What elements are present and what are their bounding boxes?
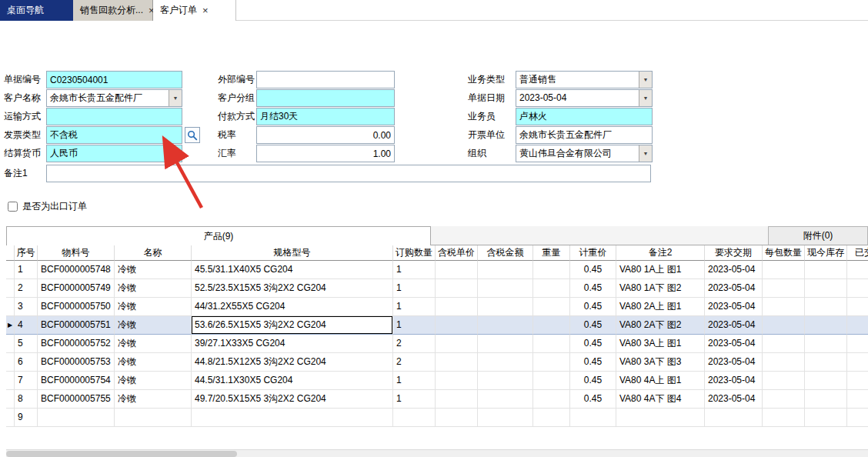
cell-material[interactable]: BCF0000005752 xyxy=(38,335,115,353)
cell-weight_price[interactable]: 0.45 xyxy=(570,372,616,390)
table-row[interactable]: 2BCF0000005749冷镦52.5/23.5X15X5 3沟2X2 CG2… xyxy=(6,279,868,298)
chevron-down-icon[interactable]: ▼ xyxy=(169,90,182,106)
cell-per_pack[interactable] xyxy=(763,372,805,390)
column-header-seq[interactable]: 序号 xyxy=(15,245,38,261)
table-row[interactable]: 3BCF0000005750冷镦44/31.2X55X5 CG20410.45V… xyxy=(6,298,868,316)
cell-weight[interactable] xyxy=(533,372,570,390)
cell-weight[interactable] xyxy=(533,261,570,279)
cell-note2[interactable]: VA80 2A下 图2 xyxy=(616,316,705,335)
cell-qty[interactable]: 1 xyxy=(393,316,436,335)
customer-group-input[interactable] xyxy=(256,89,395,107)
cell-delivered[interactable] xyxy=(847,353,868,372)
cell-seq[interactable]: 6 xyxy=(15,353,38,372)
cell-weight_price[interactable] xyxy=(570,409,616,427)
invoice-unit-input[interactable] xyxy=(516,126,653,144)
cell-qty[interactable]: 1 xyxy=(393,298,436,316)
cell-delivery[interactable]: 2023-05-04 xyxy=(705,372,763,390)
cell-weight_price[interactable]: 0.45 xyxy=(570,335,616,353)
cell-delivery[interactable]: 2023-05-04 xyxy=(705,298,763,316)
cell-name[interactable]: 冷镦 xyxy=(115,353,192,372)
customer-name-select[interactable]: 余姚市长贵五金配件厂 ▼ xyxy=(46,89,182,107)
cell-weight_price[interactable]: 0.45 xyxy=(570,279,616,298)
table-row[interactable]: 9 xyxy=(6,409,868,427)
cell-stock[interactable] xyxy=(805,372,847,390)
doc-no-input[interactable] xyxy=(46,71,182,88)
cell-price[interactable] xyxy=(436,409,478,427)
chevron-down-icon[interactable]: ▼ xyxy=(639,90,652,106)
cell-price[interactable] xyxy=(436,353,478,372)
cell-qty[interactable]: 1 xyxy=(393,261,436,279)
cell-weight_price[interactable]: 0.45 xyxy=(570,298,616,316)
cell-weight[interactable] xyxy=(533,298,570,316)
cell-amount[interactable] xyxy=(478,316,533,335)
cell-price[interactable] xyxy=(436,372,478,390)
cell-spec[interactable]: 44/31.2X55X5 CG204 xyxy=(192,298,393,316)
biz-type-select[interactable]: 普通销售 ▼ xyxy=(516,71,653,88)
column-header-name[interactable]: 名称 xyxy=(115,245,192,261)
cell-weight_price[interactable]: 0.45 xyxy=(570,261,616,279)
invoice-type-input[interactable] xyxy=(46,126,182,144)
cell-delivered[interactable] xyxy=(847,298,868,316)
column-header-amount[interactable]: 含税金额 xyxy=(478,245,533,261)
column-header-stock[interactable]: 现今库存 xyxy=(805,245,847,261)
cell-note2[interactable]: VA80 2A上 图1 xyxy=(616,298,705,316)
cell-spec[interactable]: 39/27.1X33X5 CG204 xyxy=(192,335,393,353)
column-header-spec[interactable]: 规格型号 xyxy=(192,245,393,261)
cell-seq[interactable]: 3 xyxy=(15,298,38,316)
cell-price[interactable] xyxy=(436,298,478,316)
cell-delivery[interactable]: 2023-05-04 xyxy=(705,261,763,279)
cell-delivered[interactable] xyxy=(847,335,868,353)
table-row[interactable]: 8BCF0000005755冷镦49.7/20.5X15X5 3沟2X2 CG2… xyxy=(6,390,868,409)
scrollbar-thumb[interactable] xyxy=(6,451,237,457)
cell-delivery[interactable] xyxy=(705,409,763,427)
cell-material[interactable]: BCF0000005753 xyxy=(38,353,115,372)
cell-name[interactable]: 冷镦 xyxy=(115,372,192,390)
cell-spec[interactable]: 44.5/31.1X30X5 CG204 xyxy=(192,372,393,390)
note1-input[interactable] xyxy=(46,165,651,182)
cell-material[interactable]: BCF0000005750 xyxy=(38,298,115,316)
cell-weight[interactable] xyxy=(533,409,570,427)
cell-stock[interactable] xyxy=(805,298,847,316)
cell-delivered[interactable] xyxy=(847,409,868,427)
chevron-down-icon[interactable]: ▼ xyxy=(639,145,652,162)
cell-spec[interactable] xyxy=(192,409,393,427)
cell-amount[interactable] xyxy=(478,298,533,316)
cell-note2[interactable]: VA80 3A下 图3 xyxy=(616,353,705,372)
cell-qty[interactable]: 1 xyxy=(393,390,436,409)
cell-note2[interactable]: VA80 4A上 图1 xyxy=(616,372,705,390)
column-header-qty[interactable]: 订购数量 xyxy=(393,245,436,261)
cell-material[interactable]: BCF0000005755 xyxy=(38,390,115,409)
cell-name[interactable]: 冷镦 xyxy=(115,335,192,353)
cell-material[interactable] xyxy=(38,409,115,427)
column-header-weight_price[interactable]: 计重价 xyxy=(570,245,616,261)
close-icon[interactable]: × xyxy=(202,5,209,15)
cell-name[interactable]: 冷镦 xyxy=(115,261,192,279)
cell-amount[interactable] xyxy=(478,372,533,390)
cell-delivered[interactable] xyxy=(847,372,868,390)
cell-per_pack[interactable] xyxy=(763,353,805,372)
column-header-delivered[interactable]: 已交 xyxy=(847,245,868,261)
cell-material[interactable]: BCF0000005751 xyxy=(38,316,115,335)
cell-seq[interactable]: 2 xyxy=(15,279,38,298)
transport-input[interactable] xyxy=(46,108,182,125)
cell-per_pack[interactable] xyxy=(763,316,805,335)
cell-note2[interactable]: VA80 3A上 图1 xyxy=(616,335,705,353)
column-header-price[interactable]: 含税单价 xyxy=(436,245,478,261)
cell-weight[interactable] xyxy=(533,316,570,335)
cell-amount[interactable] xyxy=(478,353,533,372)
currency-input[interactable] xyxy=(46,145,182,162)
cell-price[interactable] xyxy=(436,279,478,298)
cell-price[interactable] xyxy=(436,335,478,353)
cell-qty[interactable] xyxy=(393,409,436,427)
cell-amount[interactable] xyxy=(478,335,533,353)
cell-per_pack[interactable] xyxy=(763,279,805,298)
cell-material[interactable]: BCF0000005749 xyxy=(38,279,115,298)
table-row[interactable]: ▶4BCF0000005751冷镦53.6/26.5X15X5 3沟2X2 CG… xyxy=(6,316,868,335)
cell-delivery[interactable]: 2023-05-04 xyxy=(705,335,763,353)
table-row[interactable]: 1BCF0000005748冷镦45.5/31.1X40X5 CG20410.4… xyxy=(6,261,868,279)
cell-delivery[interactable]: 2023-05-04 xyxy=(705,316,763,335)
cell-spec[interactable]: 52.5/23.5X15X5 3沟2X2 CG204 xyxy=(192,279,393,298)
cell-delivery[interactable]: 2023-05-04 xyxy=(705,353,763,372)
table-row[interactable]: 6BCF0000005753冷镦44.8/21.5X12X5 3沟2X2 CG2… xyxy=(6,353,868,372)
cell-material[interactable]: BCF0000005754 xyxy=(38,372,115,390)
